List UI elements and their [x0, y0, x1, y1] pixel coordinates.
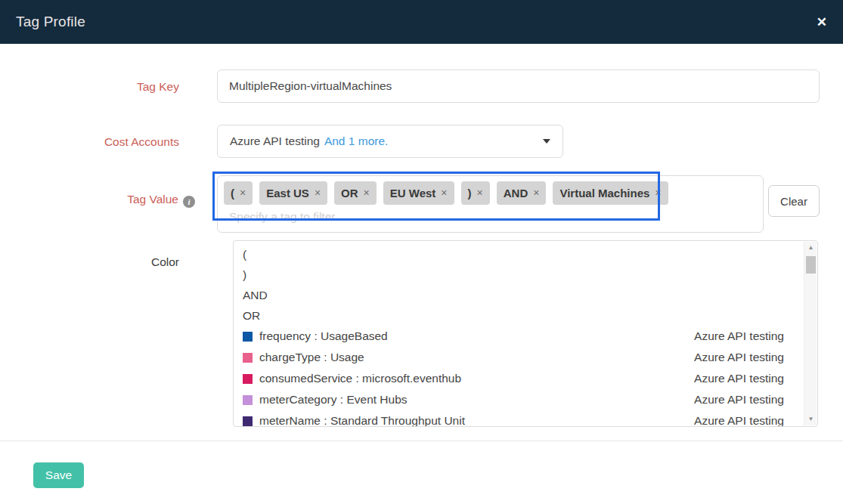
tag-chip-label: OR [341, 187, 358, 199]
save-button[interactable]: Save [33, 462, 84, 488]
color-option-tag[interactable]: consumedService : microsoft.eventhubAzur… [234, 368, 817, 389]
chip-remove-icon[interactable]: × [364, 187, 370, 199]
divider [0, 441, 843, 441]
color-option-tag[interactable]: chargeType : UsageAzure API testing [234, 347, 817, 368]
scrollbar[interactable]: ▲ ▼ [804, 242, 817, 425]
cost-accounts-selected: Azure API testing [230, 135, 320, 148]
tag-chip[interactable]: OR× [334, 181, 377, 205]
tag-filter-input[interactable] [229, 210, 532, 224]
tag-value-chips: (×East US×OR×EU West×)×AND×Virtual Machi… [224, 180, 757, 206]
scroll-thumb[interactable] [806, 256, 816, 274]
color-options: ()ANDORfrequency : UsageBasedAzure API t… [234, 244, 817, 427]
tag-chip[interactable]: (× [224, 181, 253, 205]
color-option-account: Azure API testing [694, 393, 784, 407]
info-icon[interactable]: i [183, 196, 195, 208]
tag-value-box[interactable]: (×East US×OR×EU West×)×AND×Virtual Machi… [217, 175, 764, 233]
color-option-operator[interactable]: OR [234, 305, 817, 326]
cost-accounts-label: Cost Accounts [0, 135, 179, 149]
tag-chip-label: Virtual Machines [559, 187, 649, 199]
color-option-name: consumedService : microsoft.eventhub [259, 372, 694, 385]
color-option-tag[interactable]: frequency : UsageBasedAzure API testing [234, 326, 817, 347]
color-option-account: Azure API testing [694, 414, 784, 427]
tag-chip-label: EU West [390, 187, 436, 199]
tag-key-label: Tag Key [0, 80, 179, 94]
color-option-name: frequency : UsageBased [259, 329, 694, 343]
color-option-operator[interactable]: ) [234, 264, 817, 285]
tag-chip[interactable]: East US× [259, 181, 327, 205]
color-option-operator[interactable]: ( [234, 244, 817, 264]
tag-chip-label: AND [504, 187, 528, 199]
chip-remove-icon[interactable]: × [655, 187, 661, 199]
chip-remove-icon[interactable]: × [315, 187, 321, 199]
tag-key-input[interactable] [217, 70, 820, 103]
clear-button[interactable]: Clear [768, 185, 820, 217]
chip-remove-icon[interactable]: × [477, 187, 483, 199]
color-swatch [243, 332, 253, 342]
modal-title: Tag Profile [16, 14, 85, 30]
color-label: Color [0, 255, 179, 269]
color-swatch [243, 395, 253, 405]
color-option-account: Azure API testing [694, 329, 784, 343]
color-option-name: meterCategory : Event Hubs [259, 393, 694, 407]
cost-accounts-select[interactable]: Azure API testing And 1 more. [217, 125, 563, 158]
chip-remove-icon[interactable]: × [533, 187, 539, 199]
chip-remove-icon[interactable]: × [441, 187, 447, 199]
modal-header: Tag Profile ✕ [0, 0, 843, 44]
chevron-down-icon [543, 139, 550, 144]
tag-chip-label: East US [266, 187, 309, 199]
color-option-account: Azure API testing [694, 351, 784, 364]
tag-chip-label: ( [231, 187, 234, 199]
scroll-down-icon[interactable]: ▼ [804, 413, 817, 425]
tag-chip-label: ) [468, 187, 472, 199]
tag-chip[interactable]: AND× [497, 181, 547, 205]
color-option-tag[interactable]: meterName : Standard Throughput UnitAzur… [234, 410, 817, 427]
color-swatch [243, 416, 253, 426]
color-listbox[interactable]: ()ANDORfrequency : UsageBasedAzure API t… [233, 240, 818, 427]
color-swatch [243, 374, 253, 384]
tag-value-label: Tag Valuei [0, 193, 195, 208]
color-option-operator[interactable]: AND [234, 285, 817, 305]
chip-remove-icon[interactable]: × [240, 187, 246, 199]
close-icon[interactable]: ✕ [817, 16, 827, 29]
color-option-account: Azure API testing [694, 372, 784, 385]
cost-accounts-more-link[interactable]: And 1 more. [324, 135, 388, 148]
tag-chip[interactable]: Virtual Machines× [553, 181, 668, 205]
tag-chip[interactable]: EU West× [383, 181, 454, 205]
scroll-up-icon[interactable]: ▲ [804, 242, 817, 254]
color-option-name: meterName : Standard Throughput Unit [259, 414, 694, 427]
color-swatch [243, 353, 253, 363]
color-option-name: chargeType : Usage [259, 351, 694, 364]
tag-value-label-text: Tag Value [127, 193, 178, 206]
tag-chip[interactable]: )× [461, 181, 490, 205]
color-option-tag[interactable]: meterCategory : Event HubsAzure API test… [234, 389, 817, 410]
